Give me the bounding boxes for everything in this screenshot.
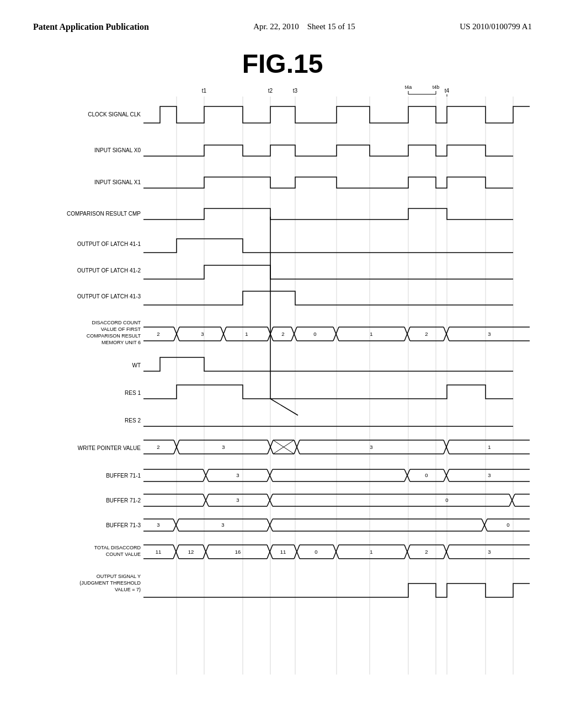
svg-text:1: 1: [370, 549, 372, 555]
sheet-info: Sheet 15 of 15: [307, 22, 355, 31]
svg-text:12: 12: [188, 549, 194, 555]
time-t1-label: t1: [202, 88, 207, 94]
label-write-ptr: WRITE POINTER VALUE: [78, 445, 141, 451]
wave-cmp: [143, 208, 513, 220]
label-cmp: COMPARISON RESULT CMP: [67, 211, 141, 217]
label-buf71-3: BUFFER 71-3: [106, 522, 141, 528]
timing-diagram: text { font-family: Arial, sans-serif; }…: [33, 84, 532, 682]
svg-text:0: 0: [315, 549, 317, 555]
time-t4a-label: t4a: [405, 84, 412, 90]
patent-number: US 2010/0100799 A1: [460, 22, 532, 31]
svg-text:VALUE = 7): VALUE = 7): [115, 587, 141, 592]
svg-text:1: 1: [245, 331, 248, 337]
svg-text:2: 2: [425, 331, 428, 337]
pub-date: Apr. 22, 2010: [253, 22, 299, 31]
svg-text:VALUE OF FIRST: VALUE OF FIRST: [101, 326, 141, 332]
svg-text:3: 3: [201, 331, 204, 337]
wave-latch41-3: [143, 291, 513, 305]
svg-text:MEMORY UNIT 6: MEMORY UNIT 6: [102, 340, 141, 345]
wave-x0: [143, 145, 513, 156]
wave-latch41-1: [143, 239, 513, 253]
label-total-disaccord: TOTAL DISACCORD: [94, 545, 141, 550]
svg-line-51: [270, 399, 298, 415]
label-buf71-2: BUFFER 71-2: [106, 497, 141, 504]
label-res2: RES 2: [125, 417, 141, 424]
wave-x1: [143, 177, 513, 188]
page-header: Patent Application Publication Apr. 22, …: [33, 22, 532, 32]
label-x0: INPUT SIGNAL X0: [94, 147, 141, 153]
svg-text:0: 0: [507, 522, 509, 528]
label-clk: CLOCK SIGNAL CLK: [88, 111, 141, 117]
timing-diagram-svg: text { font-family: Arial, sans-serif; }…: [33, 84, 530, 680]
page: Patent Application Publication Apr. 22, …: [0, 0, 565, 728]
svg-text:(JUDGMENT THRESHOLD: (JUDGMENT THRESHOLD: [79, 580, 141, 586]
svg-text:3: 3: [221, 522, 224, 528]
svg-text:0: 0: [313, 331, 316, 337]
publication-info: Apr. 22, 2010 Sheet 15 of 15: [253, 22, 355, 31]
svg-text:3: 3: [370, 444, 372, 450]
svg-text:3: 3: [236, 497, 239, 503]
svg-text:2: 2: [157, 331, 159, 337]
publication-title: Patent Application Publication: [33, 22, 149, 32]
wave-wt: [143, 357, 513, 371]
label-x1: INPUT SIGNAL X1: [94, 179, 141, 185]
wave-latch41-2: [143, 265, 513, 279]
svg-text:2: 2: [425, 549, 428, 555]
svg-text:3: 3: [488, 549, 491, 555]
svg-text:0: 0: [445, 497, 448, 503]
svg-text:COMPARISON RESULT: COMPARISON RESULT: [87, 333, 141, 339]
label-buf71-1: BUFFER 71-1: [106, 473, 141, 479]
time-t4b-label: t4b: [433, 84, 440, 90]
svg-text:1: 1: [488, 444, 491, 450]
wave-res1: [143, 385, 513, 399]
time-t4-label: t4: [445, 88, 450, 94]
svg-text:COUNT VALUE: COUNT VALUE: [106, 552, 141, 557]
time-t3-label: t3: [293, 88, 298, 94]
label-latch41-1: OUTPUT OF LATCH 41-1: [77, 241, 141, 247]
svg-text:2: 2: [281, 331, 284, 337]
label-disaccord-count: DISACCORD COUNT: [92, 320, 141, 325]
svg-text:11: 11: [280, 549, 286, 555]
svg-text:3: 3: [488, 472, 491, 478]
label-latch41-2: OUTPUT OF LATCH 41-2: [77, 267, 141, 274]
svg-text:1: 1: [370, 331, 372, 337]
figure-title: FIG.15: [33, 49, 532, 79]
label-latch41-3: OUTPUT OF LATCH 41-3: [77, 293, 141, 299]
svg-text:0: 0: [425, 472, 428, 478]
svg-text:3: 3: [488, 331, 491, 337]
label-res1: RES 1: [125, 390, 141, 396]
label-output-y: OUTPUT SIGNAL Y: [97, 574, 141, 579]
time-t2-label: t2: [268, 88, 273, 94]
svg-text:16: 16: [235, 549, 241, 555]
svg-text:3: 3: [236, 472, 239, 478]
svg-text:2: 2: [157, 444, 159, 450]
svg-text:3: 3: [222, 444, 225, 450]
label-wt: WT: [132, 362, 141, 368]
svg-text:11: 11: [156, 549, 162, 555]
svg-text:3: 3: [157, 522, 159, 528]
wave-clk: [143, 106, 530, 123]
